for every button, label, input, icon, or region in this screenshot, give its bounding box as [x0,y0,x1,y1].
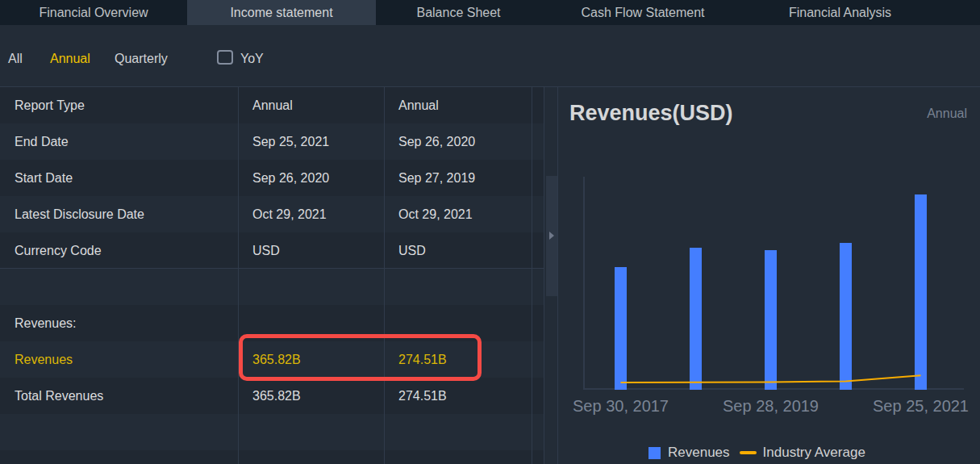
tab-financial-overview[interactable]: Financial Overview [0,0,187,25]
tab-balance-sheet[interactable]: Balance Sheet [376,0,541,25]
table-cell: Annual [385,87,532,123]
table-cell [385,414,532,450]
expand-arrow-icon [549,232,554,240]
table-row[interactable] [0,414,544,450]
table-cell: Revenues: [0,305,239,341]
table-cell [0,414,239,450]
table-cell [0,269,239,305]
table-cell: Oct 29, 2021 [239,196,385,232]
x-axis-label: Sep 25, 2021 [873,397,969,416]
table-row[interactable]: Latest Disclosure DateOct 29, 2021Oct 29… [0,196,544,232]
panel-expand-handle[interactable] [546,176,557,296]
table-row[interactable]: Currency CodeUSDUSD [0,232,544,269]
table-cell [0,450,239,464]
table-cell: Currency Code [0,232,239,269]
table-row[interactable]: Revenues365.82B274.51B [0,341,544,378]
table-cell [239,450,385,464]
table-cell: Oct 29, 2021 [385,196,532,232]
table-cell: 274.51B [385,378,532,414]
table-cell [385,305,532,341]
table-cell: Latest Disclosure Date [0,196,239,232]
filter-quarterly[interactable]: Quarterly [115,50,168,67]
table-cell: Sep 27, 2019 [385,160,532,196]
table-cell: USD [385,232,532,269]
table-cell [239,305,385,341]
filter-all[interactable]: All [8,50,23,67]
legend-industry-average-swatch[interactable] [740,451,757,454]
table-cell: Sep 25, 2021 [239,123,385,160]
table-cell: Report Type [0,87,239,123]
yoy-label[interactable]: YoY [240,50,264,67]
table-cell [532,414,544,450]
table-cell: 365.82B [239,378,385,414]
table-cell [239,269,385,305]
x-axis-label: Sep 28, 2019 [723,397,819,416]
table-row[interactable]: End DateSep 25, 2021Sep 26, 2020 [0,123,544,160]
table-cell [532,305,544,341]
table-cell: 274.51B [385,341,532,378]
table-cell [385,269,532,305]
legend-revenues-label[interactable]: Revenues [668,445,730,461]
yoy-checkbox[interactable] [217,50,233,65]
table-cell: 365.82B [239,341,385,378]
table-cell [385,450,532,464]
table-row[interactable]: Revenues: [0,305,544,341]
tab-financial-analysis[interactable]: Financial Analysis [744,0,936,25]
x-axis-label: Sep 30, 2017 [573,397,669,416]
table-row[interactable] [0,450,544,464]
chart-legend: Revenues Industry Average [648,444,865,462]
table-cell: Revenues [0,341,239,378]
filter-annual[interactable]: Annual [50,50,90,67]
legend-industry-average-label[interactable]: Industry Average [763,445,865,461]
table-row[interactable]: Start DateSep 26, 2020Sep 27, 2019 [0,160,544,196]
table-cell: Annual [239,87,385,123]
table-cell: Total Revenues [0,378,239,414]
table-cell [532,196,544,232]
table-row[interactable]: Total Revenues365.82B274.51B [0,378,544,414]
table-cell [532,378,544,414]
legend-revenues-swatch[interactable] [648,447,661,459]
tab-cash-flow-statement[interactable]: Cash Flow Statement [541,0,744,25]
table-cell: End Date [0,123,239,160]
table-cell: USD [239,232,385,269]
chart-panel: Revenues(USD) Annual Sep 30, 2017Sep 28,… [557,86,980,464]
table-cell: Sep 26, 2020 [385,123,532,160]
tab-bar: Financial Overview Income statement Bala… [0,0,980,25]
tab-income-statement[interactable]: Income statement [187,0,376,25]
table-cell [532,232,544,269]
table-cell [532,160,544,196]
table-cell: Sep 26, 2020 [239,160,385,196]
table-cell [532,341,544,378]
table-cell [532,123,544,160]
table-row[interactable]: Report TypeAnnualAnnual [0,87,544,123]
table-row[interactable] [0,269,544,305]
table-cell [239,414,385,450]
table-cell [532,87,544,123]
financial-table: Report TypeAnnualAnnualEnd DateSep 25, 2… [0,87,544,464]
table-cell [532,269,544,305]
table-cell [532,450,544,464]
table-cell: Start Date [0,160,239,196]
filter-bar: All Annual Quarterly YoY [0,25,980,86]
